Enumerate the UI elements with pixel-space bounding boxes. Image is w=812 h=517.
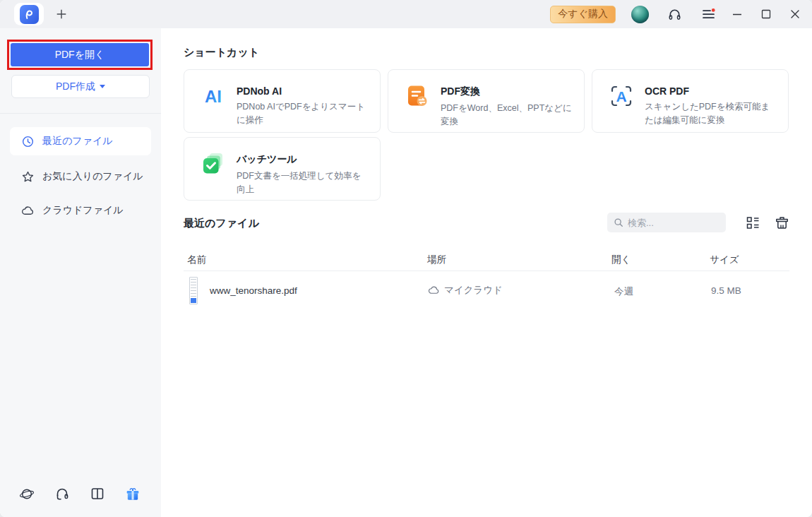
sidebar: PDFを開く PDF作成 最近のファイル お気に入りのファイル <box>0 28 161 517</box>
card-title: PDF変換 <box>441 84 573 98</box>
star-icon <box>21 170 35 184</box>
card-batch-tools[interactable]: バッチツール PDF文書を一括処理して効率を向上 <box>184 137 381 201</box>
close-button[interactable] <box>787 6 804 23</box>
sidebar-nav: 最近のファイル お気に入りのファイル クラウドファイル <box>0 127 161 230</box>
svg-text:AI: AI <box>205 87 222 106</box>
cloud-icon <box>21 204 35 218</box>
sidebar-item-label: クラウドファイル <box>42 204 124 217</box>
main-content: ショートカット AI PDNob AI PDNob AIでPDFをよりスマートに… <box>161 28 812 517</box>
cloud-icon <box>428 285 440 295</box>
recent-files-header: 最近のファイル <box>184 213 789 234</box>
recent-files-title: 最近のファイル <box>184 217 259 230</box>
table-row[interactable]: www_tenorshare.pdf マイクラウド 今週 9.5 MB <box>184 271 789 311</box>
create-pdf-label: PDF作成 <box>56 81 95 93</box>
column-header-name: 名前 <box>187 254 206 266</box>
buy-now-button[interactable]: 今すぐ購入 <box>550 6 616 23</box>
chevron-down-icon <box>100 85 105 88</box>
view-toggle-icon[interactable] <box>746 215 760 230</box>
sidebar-item-recent-files[interactable]: 最近のファイル <box>10 127 151 155</box>
close-icon <box>789 8 801 20</box>
user-guide-book-icon[interactable] <box>90 486 105 501</box>
card-title: PDNob AI <box>237 84 369 97</box>
card-ocr-pdf[interactable]: A OCR PDF スキャンしたPDFを検索可能または編集可能に変換 <box>592 69 789 133</box>
sidebar-item-cloud-files[interactable]: クラウドファイル <box>10 196 151 225</box>
file-opened: 今週 <box>614 285 633 298</box>
sidebar-item-label: 最近のファイル <box>42 135 113 148</box>
column-header-opened: 開く <box>611 254 631 266</box>
minimize-button[interactable] <box>729 6 746 23</box>
create-pdf-button[interactable]: PDF作成 <box>11 75 150 98</box>
search-icon <box>614 218 623 227</box>
minimize-icon <box>731 8 744 20</box>
shortcuts-title: ショートカット <box>184 46 789 59</box>
file-size: 9.5 MB <box>711 285 741 296</box>
user-avatar[interactable] <box>631 6 649 23</box>
batch-icon <box>201 152 225 176</box>
card-desc: PDNob AIでPDFをよりスマートに操作 <box>237 100 369 128</box>
column-header-size: サイズ <box>710 254 739 266</box>
card-desc: PDFをWord、Excel、PPTなどに変換 <box>441 102 573 129</box>
support-headset-icon[interactable] <box>54 486 70 501</box>
language-globe-icon[interactable] <box>19 486 35 501</box>
file-thumbnail <box>189 277 198 304</box>
sidebar-item-favorite-files[interactable]: お気に入りのファイル <box>10 162 151 191</box>
convert-icon <box>405 84 429 108</box>
file-location: マイクラウド <box>428 284 503 297</box>
open-pdf-button[interactable]: PDFを開く <box>11 43 149 66</box>
ai-icon: AI <box>201 84 225 108</box>
search-box[interactable] <box>607 213 726 232</box>
clock-icon <box>21 135 35 148</box>
title-bar: 今すぐ購入 <box>0 0 812 28</box>
sidebar-footer <box>19 486 141 501</box>
card-desc: スキャンしたPDFを検索可能または編集可能に変換 <box>645 100 777 128</box>
maximize-button[interactable] <box>758 6 775 23</box>
card-pdf-convert[interactable]: PDF変換 PDFをWord、Excel、PPTなどに変換 <box>388 69 585 133</box>
table-header: 名前 場所 開く サイズ <box>184 249 789 271</box>
file-name: www_tenorshare.pdf <box>210 285 297 296</box>
card-title: バッチツール <box>237 152 369 166</box>
svg-text:A: A <box>616 88 626 105</box>
app-window: 今すぐ購入 PDFを開く PDF作成 <box>0 0 812 517</box>
column-header-location: 場所 <box>427 254 446 266</box>
card-desc: PDF文書を一括処理して効率を向上 <box>237 170 369 197</box>
search-input[interactable] <box>628 218 720 228</box>
maximize-icon <box>760 8 772 20</box>
plus-icon <box>55 8 68 20</box>
ocr-icon: A <box>609 84 633 108</box>
annotation-highlight: PDFを開く <box>7 40 153 70</box>
support-headset-icon[interactable] <box>666 6 683 23</box>
sidebar-item-label: お気に入りのファイル <box>42 170 143 183</box>
shortcut-cards: AI PDNob AI PDNob AIでPDFをよりスマートに操作 <box>184 69 789 201</box>
new-tab-button[interactable] <box>54 6 69 22</box>
app-logo-icon <box>20 5 39 24</box>
gift-icon[interactable] <box>125 486 141 501</box>
recent-files-table: 名前 場所 開く サイズ www_tenorshare.pdf マイクラウド 今… <box>184 249 789 311</box>
main-menu-icon[interactable] <box>700 6 717 23</box>
tab-home[interactable] <box>14 3 44 25</box>
card-title: OCR PDF <box>645 84 777 97</box>
clear-list-icon[interactable] <box>775 215 789 230</box>
card-pdnob-ai[interactable]: AI PDNob AI PDNob AIでPDFをよりスマートに操作 <box>184 69 381 133</box>
